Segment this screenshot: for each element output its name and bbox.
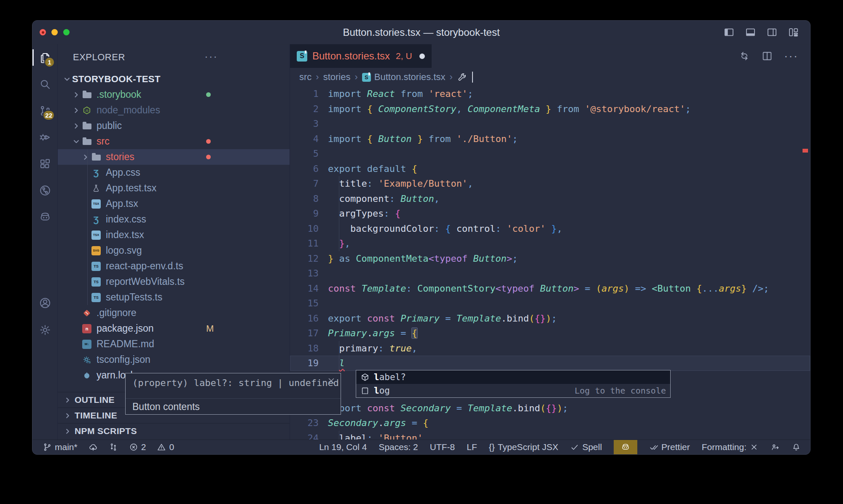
tree-root-label: STORYBOOK-TEST: [72, 74, 161, 85]
activity-item-explorer[interactable]: 1: [32, 44, 57, 71]
tree-item-reportwebvitals-ts[interactable]: TSreportWebVitals.ts: [58, 274, 290, 290]
code-line-19[interactable]: 19 l: [290, 356, 810, 371]
code-line-16[interactable]: 16export const Primary = Template.bind({…: [290, 311, 810, 326]
code-line-17[interactable]: 17Primary.args = {: [290, 326, 810, 341]
close-icon[interactable]: [749, 442, 759, 452]
code-line-18[interactable]: 18 primary: true,: [290, 341, 810, 356]
close-window-button[interactable]: [40, 29, 46, 35]
tree-item-app-css[interactable]: ƷApp.css: [58, 165, 290, 180]
titlebar[interactable]: Button.stories.tsx — storybook-test: [32, 21, 810, 44]
toggle-panel-icon[interactable]: [745, 27, 756, 38]
status-main-[interactable]: main*: [43, 440, 78, 454]
status-label: 2: [141, 442, 146, 452]
line-number: 1: [290, 86, 319, 102]
code-line-8[interactable]: 8 component: Button,: [290, 191, 810, 206]
tree-item-setuptests-ts[interactable]: TSsetupTests.ts: [58, 290, 290, 305]
status-cloud-upload[interactable]: [89, 440, 98, 454]
explorer-more-actions-icon[interactable]: ···: [204, 50, 218, 63]
tree-item-public[interactable]: public: [58, 118, 290, 134]
status-copilot[interactable]: [614, 440, 637, 454]
status-typescript-jsx[interactable]: {}TypeScript JSX: [489, 440, 558, 454]
tree-item-readme-md[interactable]: M↓README.md: [58, 336, 290, 352]
tree-item-index-css[interactable]: Ʒindex.css: [58, 212, 290, 227]
status-2[interactable]: 2: [129, 440, 146, 454]
code-line-22[interactable]: 22export const Secondary = Template.bind…: [290, 401, 810, 416]
chevron-right-icon: [64, 411, 73, 420]
code-line-1[interactable]: 1import React from 'react';: [290, 86, 810, 102]
tree-item--gitignore[interactable]: .gitignore: [58, 305, 290, 321]
hover-close-icon[interactable]: [326, 376, 336, 386]
breadcrumb-item-file[interactable]: SButton.stories.tsx: [362, 72, 446, 83]
code-line-7[interactable]: 7 title: 'Example/Button',: [290, 176, 810, 191]
status-lf[interactable]: LF: [467, 440, 477, 454]
status-prettier[interactable]: Prettier: [649, 440, 690, 454]
code-line-3[interactable]: 3: [290, 116, 810, 131]
section-npm-scripts[interactable]: NPM SCRIPTS: [58, 423, 290, 439]
code-line-10[interactable]: 10 backgroundColor: { control: 'color' }…: [290, 221, 810, 236]
tree-item-label: setupTests.ts: [106, 292, 162, 303]
status-ln-19-col-4[interactable]: Ln 19, Col 4: [319, 440, 367, 454]
status-bar-right: Ln 19, Col 4Spaces: 2UTF-8LF{}TypeScript…: [319, 440, 810, 454]
tree-item-react-app-env-d-ts[interactable]: TSreact-app-env.d.ts: [58, 258, 290, 274]
zoom-window-button[interactable]: [63, 29, 70, 35]
activity-item-gitlens[interactable]: [32, 177, 57, 204]
tab-button-stories[interactable]: S Button.stories.tsx 2, U: [290, 44, 432, 68]
more-actions-icon[interactable]: ···: [784, 54, 798, 58]
status-spell[interactable]: Spell: [570, 440, 602, 454]
activity-item-source-control[interactable]: 22: [32, 97, 57, 124]
toggle-primary-sidebar-icon[interactable]: [723, 27, 735, 38]
code-line-12[interactable]: 12} as ComponentMeta<typeof Button>;: [290, 251, 810, 266]
tree-item--storybook[interactable]: .storybook: [58, 87, 290, 102]
tree-item-label: react-app-env.d.ts: [106, 260, 183, 272]
status-0[interactable]: 0: [157, 440, 174, 454]
code-line-4[interactable]: 4import { Button } from './Button';: [290, 131, 810, 147]
code-line-13[interactable]: 13: [290, 266, 810, 281]
minimize-window-button[interactable]: [51, 29, 58, 35]
code-line-14[interactable]: 14const Template: ComponentStory<typeof …: [290, 281, 810, 296]
code-line-24[interactable]: 24 label: 'Button': [290, 431, 810, 440]
tree-item-app-tsx[interactable]: TSXApp.tsx: [58, 196, 290, 212]
tree-item-stories[interactable]: stories: [58, 149, 290, 165]
activity-item-accounts[interactable]: [32, 290, 58, 316]
code-line-2[interactable]: 2import { ComponentStory, ComponentMeta …: [290, 102, 810, 117]
code-line-11[interactable]: 11 },: [290, 236, 810, 251]
activity-item-manage[interactable]: [32, 316, 58, 343]
tree-item-index-tsx[interactable]: TSXindex.tsx: [58, 227, 290, 243]
code-line-15[interactable]: 15: [290, 296, 810, 311]
tree-item-src[interactable]: src: [58, 134, 290, 149]
customize-layout-icon[interactable]: [788, 27, 799, 38]
tree-item-package-json[interactable]: npackage.jsonM: [58, 321, 290, 336]
tree-item-logo-svg[interactable]: SVGlogo.svg: [58, 243, 290, 258]
search-icon: [39, 78, 51, 91]
tree-item-app-test-tsx[interactable]: App.test.tsx: [58, 180, 290, 196]
chevron-right-icon: [64, 395, 73, 405]
status-feedback[interactable]: [771, 440, 780, 454]
activity-item-run-and-debug[interactable]: [32, 124, 57, 150]
activity-item-extensions[interactable]: [32, 150, 57, 177]
breadcrumb-item-stories[interactable]: stories: [323, 72, 351, 83]
compare-changes-icon[interactable]: [738, 50, 750, 62]
toggle-secondary-sidebar-icon[interactable]: [766, 27, 778, 38]
status-bell[interactable]: [792, 440, 801, 454]
status-spaces-2[interactable]: Spaces: 2: [379, 440, 418, 454]
cloud-upload-icon: [89, 442, 98, 452]
status-sync-branches[interactable]: [109, 440, 118, 454]
status-formatting-[interactable]: Formatting:: [702, 440, 759, 454]
code-line-5[interactable]: 5: [290, 146, 810, 161]
tree-root-row[interactable]: STORYBOOK-TEST: [58, 71, 290, 87]
code-line-6[interactable]: 6export default {: [290, 161, 810, 177]
code-line-9[interactable]: 9 argTypes: {: [290, 206, 810, 221]
suggest-item-label[interactable]: label?: [356, 370, 670, 384]
breadcrumb-item-src[interactable]: src: [299, 72, 311, 83]
suggest-item-log[interactable]: logLog to the console: [356, 384, 670, 397]
activity-item-copilot[interactable]: [32, 204, 57, 230]
tab-modified-dot-icon[interactable]: [419, 54, 425, 59]
activity-item-search[interactable]: [32, 71, 57, 97]
tree-item-tsconfig-json[interactable]: TStsconfig.json: [58, 352, 290, 367]
ts-file-icon: TS: [91, 292, 102, 303]
tree-item-node-modules[interactable]: JSnode_modules: [58, 102, 290, 118]
yarn-file-icon: [81, 370, 92, 381]
status-utf-8[interactable]: UTF-8: [430, 440, 455, 454]
code-line-23[interactable]: 23Secondary.args = {: [290, 416, 810, 431]
split-editor-icon[interactable]: [761, 50, 773, 62]
